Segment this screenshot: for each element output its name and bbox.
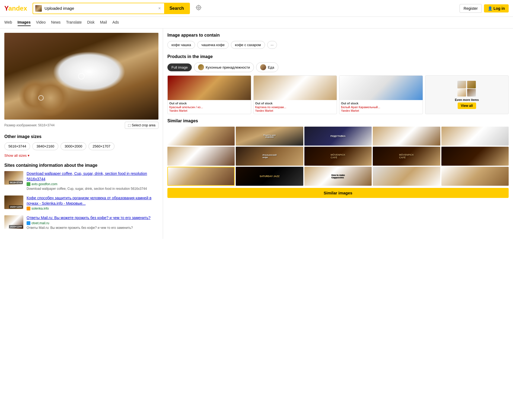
nav-video[interactable]: Video xyxy=(36,19,46,26)
navigation: Web Images Video News Translate Disk Mai… xyxy=(0,17,513,28)
nav-translate[interactable]: Translate xyxy=(66,19,82,26)
site-thumb-label-1: 5616×3744 xyxy=(9,181,23,184)
similar-row-1: Рецепты длякофейни ПОДСТАВКА xyxy=(167,127,509,146)
right-panel: Image appears to contain кофе чашка чаше… xyxy=(163,28,513,239)
site-thumb-2: 1920×1200 xyxy=(4,195,23,209)
image-dimensions: Размер изображения: 5616×3744 xyxy=(4,123,55,127)
product-card-2[interactable]: Out of stock Картина по номерам... Yande… xyxy=(253,75,337,114)
similar-image-9[interactable]: MÖVENPICKCAFÉ xyxy=(373,147,440,166)
similar-image-12[interactable]: SATURDAY JAZZ xyxy=(236,167,303,186)
tag-coffee-cup[interactable]: кофе чашка xyxy=(167,41,195,49)
register-button[interactable]: Register xyxy=(460,4,482,13)
sizes-row: 5616×3744 3840×2160 3000×2000 2560×1707 xyxy=(4,142,158,150)
nav-ads[interactable]: Ads xyxy=(112,19,119,26)
product-market-3: Yandex Market xyxy=(341,109,421,112)
similar-image-4[interactable] xyxy=(373,127,440,146)
product-name-2[interactable]: Картина по номерам... xyxy=(255,105,335,109)
similar-image-10[interactable] xyxy=(441,147,509,166)
search-button[interactable]: Search xyxy=(164,3,189,14)
site-info-3: Ответы Mail.ru: Вы можете прожить без ко… xyxy=(27,215,151,230)
list-item: 1920×1200 Ответы Mail.ru: Вы можете прож… xyxy=(4,215,158,230)
search-bar: × Search xyxy=(33,3,190,14)
user-icon: 👤 xyxy=(488,6,492,11)
similar-image-11[interactable] xyxy=(167,167,235,186)
image-indicator-1 xyxy=(78,73,85,79)
camera-search-icon[interactable] xyxy=(193,2,204,14)
size-pill-2[interactable]: 3840×2160 xyxy=(32,142,58,150)
similar-image-13[interactable]: How to makeCappuccino xyxy=(304,167,372,186)
main-content: Размер изображения: 5616×3744 ⬚ Select c… xyxy=(0,28,513,239)
nav-web[interactable]: Web xyxy=(4,19,12,26)
site-link-2[interactable]: Кофе способен защитить организм человека… xyxy=(27,195,158,206)
similar-image-2[interactable]: Рецепты длякофейни xyxy=(236,127,303,146)
svg-point-0 xyxy=(196,5,201,10)
similar-images-button[interactable]: Similar images xyxy=(167,188,509,198)
header-right: Register 👤 Log in xyxy=(460,4,509,13)
similar-image-7[interactable]: Итальянскийкофе xyxy=(236,147,303,166)
size-pill-4[interactable]: 2560×1707 xyxy=(88,142,114,150)
kitchen-icon xyxy=(198,64,204,70)
nav-images[interactable]: Images xyxy=(18,19,31,26)
similar-image-15[interactable] xyxy=(441,167,509,186)
even-more-card: Even more items View all xyxy=(425,75,509,114)
logo-y: Y xyxy=(4,5,8,12)
site-link-1[interactable]: Download wallpaper coffee, Cup, sugar, d… xyxy=(27,171,158,182)
show-all-sizes-link[interactable]: Show all sizes ▾ xyxy=(4,153,30,158)
tag-cup-coffee[interactable]: чашечка кофе xyxy=(197,41,229,49)
similar-image-14[interactable] xyxy=(373,167,440,186)
site-thumb-3: 1920×1200 xyxy=(4,215,23,229)
site-domain-3: otvet.mail.ru xyxy=(27,221,151,225)
similar-image-6[interactable] xyxy=(167,147,235,166)
similar-image-5[interactable] xyxy=(441,127,509,146)
crop-button[interactable]: ⬚ Select crop area xyxy=(125,122,158,129)
products-filters: Full image Кухонные принадлежности Еда xyxy=(167,62,509,72)
size-pill-1[interactable]: 5616×3744 xyxy=(4,142,30,150)
sites-section: Sites containing information about the i… xyxy=(4,163,158,230)
product-market-1: Yandex Market xyxy=(169,109,249,112)
tag-coffee-sugar[interactable]: кофе с сахаром xyxy=(231,41,265,49)
product-info-3: Out of stock Белый Арап Карамельный... Y… xyxy=(339,100,423,114)
product-status-3: Out of stock xyxy=(341,102,421,105)
search-input[interactable] xyxy=(43,4,155,13)
filter-kitchen[interactable]: Кухонные принадлежности xyxy=(194,62,254,72)
nav-news[interactable]: News xyxy=(51,19,60,26)
search-thumbnail xyxy=(35,5,42,12)
products-title: Products in the image xyxy=(167,54,509,59)
domain-icon-2 xyxy=(27,207,30,210)
similar-image-3[interactable]: ПОДСТАВКА xyxy=(304,127,372,146)
product-name-1[interactable]: Красный апельсин / ко... xyxy=(169,105,249,109)
search-clear-icon[interactable]: × xyxy=(157,6,162,11)
site-info-2: Кофе способен защитить организм человека… xyxy=(27,195,158,211)
size-pill-3[interactable]: 3000×2000 xyxy=(60,142,86,150)
product-card-3[interactable]: Out of stock Белый Арап Карамельный... Y… xyxy=(339,75,423,114)
similar-row-3: SATURDAY JAZZ How to makeCappuccino xyxy=(167,167,509,186)
login-button[interactable]: 👤 Log in xyxy=(484,4,509,12)
filter-food[interactable]: Еда xyxy=(256,62,278,72)
tag-more-button[interactable]: ··· xyxy=(267,41,277,49)
similar-image-1[interactable] xyxy=(167,127,235,146)
site-desc-1: Download wallpaper coffee, Cup, sugar, d… xyxy=(27,187,158,191)
nav-mail[interactable]: Mail xyxy=(100,19,107,26)
even-more-images xyxy=(457,81,476,97)
list-item: 5616×3744 Download wallpaper coffee, Cup… xyxy=(4,171,158,191)
crop-icon: ⬚ xyxy=(128,123,131,127)
left-panel: Размер изображения: 5616×3744 ⬚ Select c… xyxy=(0,28,163,239)
similar-section: Similar images Рецепты длякофейни ПОДСТА… xyxy=(167,118,509,198)
product-name-3[interactable]: Белый Арап Карамельный... xyxy=(341,105,421,109)
domain-icon-3 xyxy=(27,221,30,225)
tags-title: Image appears to contain xyxy=(167,33,509,38)
image-meta: Размер изображения: 5616×3744 ⬚ Select c… xyxy=(4,122,158,129)
product-card-1[interactable]: Out of stock Красный апельсин / ко... Ya… xyxy=(167,75,251,114)
header: Yandex × Search Register 👤 Log in xyxy=(0,0,513,17)
view-all-button[interactable]: View all xyxy=(458,102,476,109)
filter-full-image[interactable]: Full image xyxy=(167,63,192,71)
site-link-3[interactable]: Ответы Mail.ru: Вы можете прожить без ко… xyxy=(27,215,151,221)
search-input-wrap: × xyxy=(33,4,164,13)
main-image[interactable] xyxy=(4,33,158,120)
site-desc-3: Ответы Mail.ru: Вы можете прожить без ко… xyxy=(27,226,151,230)
svg-point-1 xyxy=(198,7,199,8)
nav-disk[interactable]: Disk xyxy=(87,19,94,26)
product-market-2: Yandex Market xyxy=(255,109,335,112)
even-more-label: Even more items xyxy=(455,98,479,101)
similar-image-8[interactable]: MÖVENPICKCAFÉ xyxy=(304,147,372,166)
